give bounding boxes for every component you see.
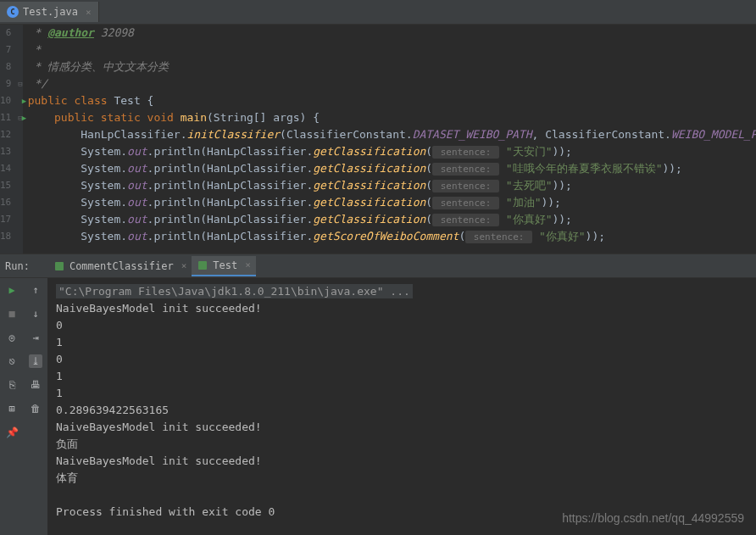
- line-number: 11▶: [0, 109, 11, 126]
- tab-bar: C Test.java ×: [0, 0, 756, 25]
- line-number: 17: [0, 211, 11, 228]
- console-line: 0: [56, 317, 748, 334]
- layout-icon[interactable]: ⊞: [5, 402, 19, 415]
- console-line: NaiveBayesModel init succeeded!: [56, 419, 748, 436]
- code-line[interactable]: */: [28, 75, 756, 92]
- run-toolbar-right: ↑ ↓ ⇥ ⤓ 🖶 🗑: [24, 278, 47, 535]
- close-icon[interactable]: ×: [181, 260, 187, 271]
- line-number: 10▶: [0, 92, 11, 109]
- line-gutter: 678910▶11▶12131415161718: [0, 25, 18, 254]
- code-area[interactable]: * @author 32098 * * 情感分类、中文文本分类 */public…: [23, 25, 756, 254]
- java-class-icon: C: [7, 6, 19, 18]
- console-line: NaiveBayesModel init succeeded!: [56, 300, 748, 317]
- line-number: 12: [0, 126, 11, 143]
- editor: 678910▶11▶12131415161718 ⊟⊟ * @author 32…: [0, 25, 756, 254]
- line-number: 18: [0, 228, 11, 245]
- line-number: 13: [0, 143, 11, 160]
- down-icon[interactable]: ↓: [29, 307, 42, 320]
- code-line[interactable]: * @author 32098: [28, 25, 756, 42]
- console-line: 0.289639422563165: [56, 402, 748, 419]
- run-gutter-icon[interactable]: ▶: [22, 109, 26, 126]
- code-line[interactable]: System.out.println(HanLpClassifier.getCl…: [28, 177, 756, 194]
- run-config-icon: [197, 259, 208, 271]
- print-icon[interactable]: 🖶: [29, 378, 42, 392]
- line-number: 15: [0, 177, 11, 194]
- scroll-end-icon[interactable]: ⤓: [29, 354, 42, 368]
- code-line[interactable]: System.out.println(HanLpClassifier.getCl…: [28, 211, 756, 228]
- tab-filename: Test.java: [23, 6, 78, 18]
- code-line[interactable]: System.out.println(HanLpClassifier.getCl…: [28, 143, 756, 160]
- console-output[interactable]: "C:\Program Files\Java\jdk1.8.0_211\bin\…: [47, 278, 756, 535]
- line-number: 9: [0, 75, 11, 92]
- code-line[interactable]: * 情感分类、中文文本分类: [28, 59, 756, 75]
- run-toolbar-left: ▶ ■ ◎ ⎋ ⎘ ⊞ 📌: [0, 278, 24, 535]
- watermark: https://blog.csdn.net/qq_44992559: [562, 511, 744, 525]
- run-header: Run: CommentClassifier×Test×: [0, 254, 756, 278]
- code-line[interactable]: System.out.println(HanLpClassifier.getCl…: [28, 160, 756, 177]
- console-line: 负面: [56, 436, 748, 453]
- code-line[interactable]: System.out.println(HanLpClassifier.getCl…: [28, 194, 756, 211]
- close-icon[interactable]: ×: [86, 7, 92, 18]
- line-number: 16: [0, 194, 11, 211]
- pin-icon[interactable]: 📌: [5, 426, 19, 439]
- file-tab[interactable]: C Test.java ×: [0, 2, 99, 22]
- run-tab[interactable]: CommentClassifier×: [48, 256, 192, 276]
- run-config-icon: [53, 260, 65, 272]
- run-tab-label: CommentClassifier: [69, 260, 174, 272]
- console-command: "C:\Program Files\Java\jdk1.8.0_211\bin\…: [56, 284, 413, 298]
- line-number: 14: [0, 160, 11, 177]
- line-number: 8: [0, 59, 11, 75]
- dump-threads-icon[interactable]: ⎋: [5, 354, 19, 368]
- run-label: Run:: [5, 260, 30, 272]
- console-line: 0: [56, 351, 748, 368]
- code-line[interactable]: HanLpClassifier.initClassifier(Classifie…: [28, 126, 756, 143]
- rerun-icon[interactable]: ▶: [5, 283, 19, 297]
- console-line: [56, 487, 748, 504]
- exit-icon[interactable]: ⎘: [5, 378, 19, 392]
- console-line: 1: [56, 385, 748, 402]
- line-number: 6: [0, 25, 11, 42]
- close-icon[interactable]: ×: [245, 259, 251, 270]
- stop-icon[interactable]: ■: [5, 307, 19, 320]
- run-gutter-icon[interactable]: ▶: [22, 92, 26, 109]
- console-line: 1: [56, 334, 748, 351]
- console-line: 体育: [56, 470, 748, 487]
- svg-rect-1: [198, 261, 207, 270]
- run-tab-label: Test: [213, 259, 237, 271]
- console-line: 1: [56, 368, 748, 385]
- run-tab[interactable]: Test×: [192, 256, 256, 276]
- console-line: NaiveBayesModel init succeeded!: [56, 453, 748, 470]
- line-number: 7: [0, 42, 11, 59]
- up-icon[interactable]: ↑: [29, 283, 42, 297]
- code-line[interactable]: *: [28, 42, 756, 59]
- camera-icon[interactable]: ◎: [5, 331, 19, 344]
- trash-icon[interactable]: 🗑: [29, 402, 42, 415]
- svg-rect-0: [55, 262, 64, 270]
- code-line[interactable]: System.out.println(HanLpClassifier.getSc…: [28, 228, 756, 245]
- code-line[interactable]: public static void main(String[] args) {: [28, 109, 756, 126]
- soft-wrap-icon[interactable]: ⇥: [29, 331, 42, 344]
- code-line[interactable]: public class Test {: [28, 92, 756, 109]
- run-panel: Run: CommentClassifier×Test× ▶ ■ ◎ ⎋ ⎘ ⊞…: [0, 254, 756, 535]
